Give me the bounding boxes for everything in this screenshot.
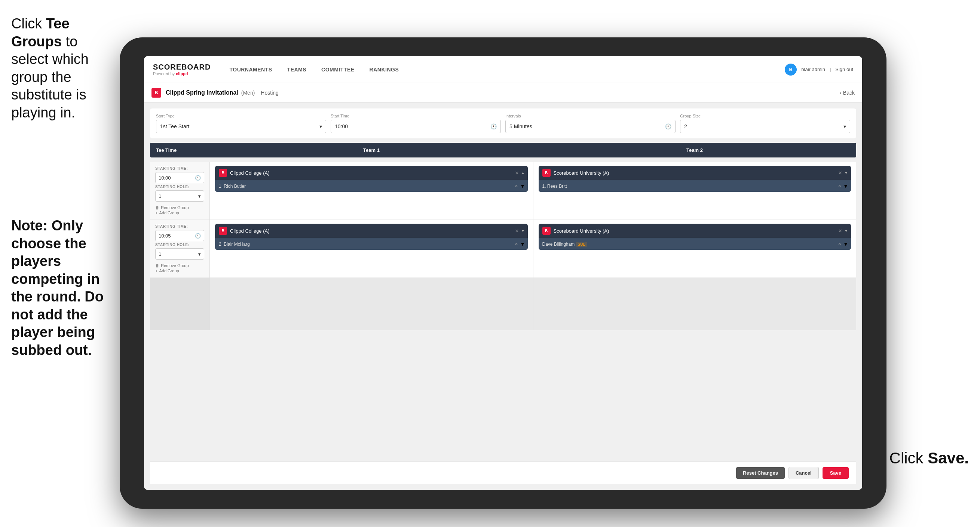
team-icon-2-1: B [219, 227, 227, 235]
th-team2: Team 2 [533, 143, 856, 158]
player-row-1-2-0: 1. Rees Britt ✕ [539, 180, 851, 192]
team-remove-1-1[interactable]: ✕ [515, 170, 519, 175]
add-group-2[interactable]: + Add Group [155, 269, 204, 273]
remove-group-1[interactable]: 🗑 Remove Group [155, 205, 204, 210]
tournament-title: Clippd Spring Invitational [166, 89, 238, 96]
team2-col-1: B Scoreboard University (A) ✕ 1. Rees Br… [533, 162, 857, 220]
annotation-click: Click [11, 16, 46, 32]
cancel-button[interactable]: Cancel [789, 467, 819, 479]
start-type-label: Start Type [156, 114, 326, 118]
team-remove-2-2[interactable]: ✕ [838, 228, 842, 233]
th-team1: Team 1 [210, 143, 533, 158]
save-button[interactable]: Save [822, 467, 849, 479]
hole-chevron-2 [198, 252, 201, 257]
sub-badge: SUB [576, 242, 588, 247]
group-sidebar-partial [150, 278, 210, 330]
logo-scoreboard: SCOREBOARD [153, 63, 211, 72]
time-icon-2: 🕙 [195, 233, 201, 239]
nav-user: B blair admin | Sign out [785, 64, 853, 76]
group-sidebar-2: STARTING TIME: 10:05 🕙 STARTING HOLE: 1 [150, 220, 210, 277]
team-card-1-2[interactable]: B Scoreboard University (A) ✕ 1. Rees Br… [539, 166, 851, 192]
player-remove-2-2-0[interactable]: ✕ [838, 242, 841, 247]
sub-header: B Clippd Spring Invitational (Men) Hosti… [144, 83, 862, 102]
team1-col-2: B Clippd College (A) ✕ 2. Blair McHarg ✕ [210, 220, 533, 277]
nav-links: TOURNAMENTS TEAMS COMMITTEE RANKINGS [222, 56, 785, 83]
logo-powered: Powered by clippd [153, 72, 211, 76]
team-card-2-2[interactable]: B Scoreboard University (A) ✕ Dave Billi… [539, 224, 851, 250]
add-icon-2: + [155, 269, 158, 273]
group-sidebar-1: STARTING TIME: 10:00 🕙 STARTING HOLE: 1 [150, 162, 210, 220]
nav-teams[interactable]: TEAMS [280, 56, 314, 83]
back-button[interactable]: ‹ Back [840, 90, 855, 96]
starting-hole-input-1[interactable]: 1 [155, 190, 204, 202]
starting-time-input-1[interactable]: 10:00 🕙 [155, 172, 204, 183]
annotation-save: Click Save. [889, 449, 969, 467]
player-remove-2-1-0[interactable]: ✕ [515, 242, 518, 247]
time-icon-1: 🕙 [195, 175, 201, 181]
team-card-2-1[interactable]: B Clippd College (A) ✕ 2. Blair McHarg ✕ [215, 224, 528, 250]
navbar: SCOREBOARD Powered by clippd TOURNAMENTS… [144, 56, 862, 83]
player-row-2-1-0: 2. Blair McHarg ✕ [215, 238, 528, 250]
player-name-1-1-0: 1. Rich Butler [219, 184, 512, 189]
clock-icon: 🕙 [490, 123, 497, 129]
tablet-screen: SCOREBOARD Powered by clippd TOURNAMENTS… [144, 56, 862, 490]
player-name-2-2-0: Dave Billingham SUB [542, 242, 835, 247]
player-row-2-2-0: Dave Billingham SUB ✕ [539, 238, 851, 250]
team-chevron-2-2[interactable] [845, 228, 847, 233]
start-time-field: Start Time 10:00 🕙 [331, 114, 501, 133]
nav-committee[interactable]: COMMITTEE [314, 56, 362, 83]
group-actions-2: 🗑 Remove Group + Add Group [155, 263, 204, 273]
starting-time-input-2[interactable]: 10:05 🕙 [155, 230, 204, 241]
team-chevron-1-1[interactable] [522, 170, 524, 175]
start-time-input[interactable]: 10:00 🕙 [331, 120, 501, 133]
player-chevron-2-1-0 [521, 240, 524, 248]
team-chevron-2-1[interactable] [522, 228, 524, 233]
team-card-1-1[interactable]: B Clippd College (A) ✕ 1. Rich Butler ✕ [215, 166, 528, 192]
team-card-header-1-2: B Scoreboard University (A) ✕ [539, 166, 851, 180]
team2-col-partial [533, 278, 857, 330]
team-name-1-2: Scoreboard University (A) [554, 170, 835, 176]
logo-area: SCOREBOARD Powered by clippd [153, 63, 211, 76]
reset-changes-button[interactable]: Reset Changes [736, 467, 785, 479]
add-icon-1: + [155, 210, 158, 215]
player-name-1-2-0: 1. Rees Britt [542, 184, 835, 189]
nav-rankings[interactable]: RANKINGS [362, 56, 407, 83]
group-size-input[interactable]: 2 [680, 120, 850, 133]
annotation-save-bold: Save. [928, 449, 969, 467]
team-name-1-1: Clippd College (A) [230, 170, 512, 176]
sign-out-link[interactable]: Sign out [835, 67, 853, 72]
nav-tournaments[interactable]: TOURNAMENTS [222, 56, 279, 83]
starting-time-label-1: STARTING TIME: [155, 166, 204, 170]
team-remove-2-1[interactable]: ✕ [515, 228, 519, 233]
team-remove-1-2[interactable]: ✕ [838, 170, 842, 175]
team-actions-2-2: ✕ [838, 228, 847, 233]
group-row-partial [150, 278, 856, 330]
user-name: blair admin [801, 67, 825, 72]
player-remove-1-2-0[interactable]: ✕ [838, 184, 841, 188]
starting-hole-label-1: STARTING HOLE: [155, 185, 204, 189]
settings-row: Start Type 1st Tee Start Start Time 10:0… [150, 108, 856, 139]
start-type-input[interactable]: 1st Tee Start [156, 120, 326, 133]
group-row-2: STARTING TIME: 10:05 🕙 STARTING HOLE: 1 [150, 220, 856, 278]
player-chevron-2-2-0 [844, 240, 847, 248]
remove-group-2[interactable]: 🗑 Remove Group [155, 263, 204, 268]
team-actions-1-1: ✕ [515, 170, 524, 175]
tablet-device: SCOREBOARD Powered by clippd TOURNAMENTS… [120, 37, 886, 509]
team2-col-2: B Scoreboard University (A) ✕ Dave Billi… [533, 220, 857, 277]
add-group-1[interactable]: + Add Group [155, 210, 204, 215]
starting-hole-input-2[interactable]: 1 [155, 248, 204, 260]
start-type-chevron [320, 123, 322, 129]
team-actions-1-2: ✕ [838, 170, 847, 175]
team-chevron-1-2[interactable] [845, 170, 847, 175]
player-name-2-1-0: 2. Blair McHarg [219, 242, 512, 247]
team-card-header-2-2: B Scoreboard University (A) ✕ [539, 224, 851, 238]
team-icon-1-1: B [219, 169, 227, 177]
team1-col-partial [210, 278, 533, 330]
player-remove-1-1-0[interactable]: ✕ [515, 184, 518, 188]
group-size-field: Group Size 2 [680, 114, 850, 133]
intervals-input[interactable]: 5 Minutes 🕙 [505, 120, 676, 133]
group-size-chevron [843, 123, 846, 129]
team-actions-2-1: ✕ [515, 228, 524, 233]
annotation-main: Click Tee Groups to select which group t… [0, 8, 116, 129]
player-row-1-1-0: 1. Rich Butler ✕ [215, 180, 528, 192]
